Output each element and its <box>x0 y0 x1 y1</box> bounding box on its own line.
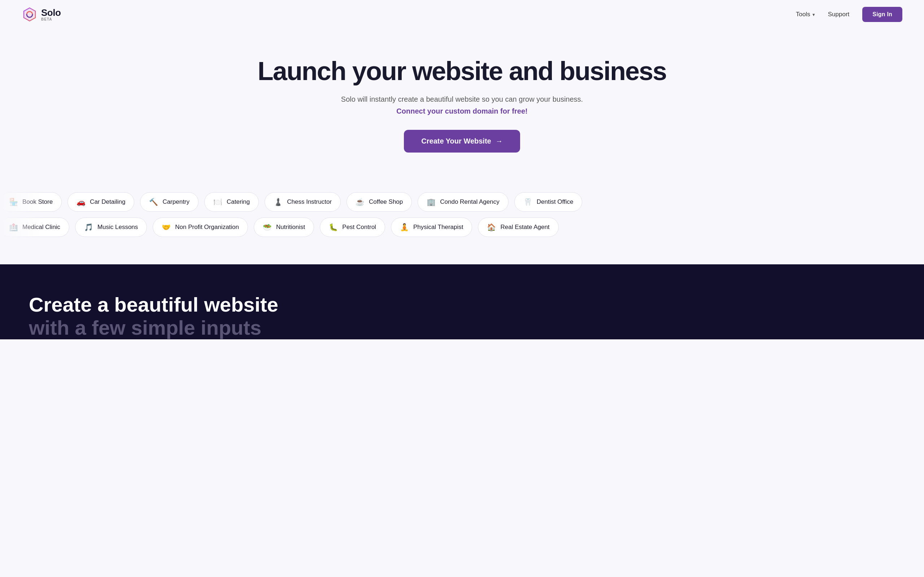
navbar: Solo BETA Tools ▾ Support Sign In <box>0 0 924 29</box>
category-icon: 🏠 <box>487 223 496 232</box>
category-label: Real Estate Agent <box>500 224 549 231</box>
category-label: Physical Therapist <box>413 224 464 231</box>
category-row-1-wrapper: 🏪Book Store🚗Car Detailing🔨Carpentry🍽️Cat… <box>0 192 924 218</box>
category-label: Dentist Office <box>537 198 573 206</box>
category-pill[interactable]: 🎵Music Lessons <box>75 218 147 237</box>
category-label: Condo Rental Agency <box>440 198 499 206</box>
dark-section-title: Create a beautiful website <box>29 293 895 316</box>
logo-beta: BETA <box>41 18 61 21</box>
category-pill[interactable]: 🥗Nutritionist <box>254 218 314 237</box>
category-label: Coffee Shop <box>369 198 403 206</box>
category-label: Book Store <box>23 198 53 206</box>
category-row-1: 🏪Book Store🚗Car Detailing🔨Carpentry🍽️Cat… <box>0 192 924 218</box>
category-pill[interactable]: 🔨Carpentry <box>140 192 199 212</box>
category-pill[interactable]: 🍽️Catering <box>204 192 259 212</box>
category-pill[interactable]: 🏥Medical Clinic <box>0 218 69 237</box>
support-link[interactable]: Support <box>828 11 850 18</box>
category-icon: 🍽️ <box>213 198 222 206</box>
category-icon: 🦷 <box>523 198 532 206</box>
category-label: Carpentry <box>162 198 189 206</box>
category-pill[interactable]: ☕Coffee Shop <box>347 192 412 212</box>
create-website-label: Create Your Website <box>421 137 491 145</box>
category-pill[interactable]: 🏠Real Estate Agent <box>478 218 558 237</box>
category-label: Pest Control <box>342 224 376 231</box>
category-row-2-wrapper: 🏥Medical Clinic🎵Music Lessons🤝Non Profit… <box>0 218 924 243</box>
category-icon: 🏥 <box>9 223 18 232</box>
signin-button[interactable]: Sign In <box>862 7 902 22</box>
navbar-nav: Tools ▾ Support Sign In <box>796 7 902 22</box>
create-website-button[interactable]: Create Your Website → <box>404 130 520 153</box>
category-icon: 🏢 <box>426 198 436 206</box>
category-label: Chess Instructor <box>287 198 332 206</box>
category-icon: 🐛 <box>329 223 338 232</box>
category-label: Medical Clinic <box>23 224 60 231</box>
category-pill[interactable]: 🏢Condo Rental Agency <box>418 192 508 212</box>
category-pill[interactable]: 🧘Physical Therapist <box>391 218 472 237</box>
category-icon: 🚗 <box>76 198 86 206</box>
solo-logo-icon <box>22 6 37 23</box>
tools-menu[interactable]: Tools ▾ <box>796 11 815 18</box>
category-label: Music Lessons <box>97 224 138 231</box>
logo-link[interactable]: Solo BETA <box>22 6 61 23</box>
category-pill[interactable]: 🏪Book Store <box>0 192 62 212</box>
categories-section: 🏪Book Store🚗Car Detailing🔨Carpentry🍽️Cat… <box>0 174 924 264</box>
category-row-2: 🏥Medical Clinic🎵Music Lessons🤝Non Profit… <box>0 218 924 243</box>
category-label: Nutritionist <box>276 224 305 231</box>
category-icon: 🏪 <box>9 198 18 206</box>
category-label: Catering <box>227 198 250 206</box>
category-icon: 🔨 <box>149 198 158 206</box>
hero-section: Launch your website and business Solo wi… <box>0 29 924 174</box>
tools-chevron-icon: ▾ <box>813 12 815 17</box>
category-pill[interactable]: 🐛Pest Control <box>320 218 385 237</box>
category-pill[interactable]: 🚗Car Detailing <box>68 192 134 212</box>
category-icon: 🥗 <box>263 223 272 232</box>
logo-name: Solo <box>41 8 61 17</box>
hero-subtitle: Solo will instantly create a beautiful w… <box>7 95 917 103</box>
category-icon: 🎵 <box>84 223 93 232</box>
category-pill[interactable]: 🤝Non Profit Organization <box>153 218 248 237</box>
arrow-right-icon: → <box>496 137 503 145</box>
dark-section-subtitle: with a few simple inputs <box>29 316 895 339</box>
category-icon: 🤝 <box>162 223 171 232</box>
tools-label: Tools <box>796 11 810 18</box>
category-label: Non Profit Organization <box>175 224 239 231</box>
category-icon: 🧘 <box>400 223 409 232</box>
hero-domain-link[interactable]: Connect your custom domain for free! <box>7 107 917 115</box>
dark-section: Create a beautiful website with a few si… <box>0 264 924 340</box>
category-icon: ♟️ <box>274 198 283 206</box>
category-pill[interactable]: ♟️Chess Instructor <box>265 192 341 212</box>
category-label: Car Detailing <box>90 198 125 206</box>
category-icon: ☕ <box>355 198 365 206</box>
category-pill[interactable]: 🦷Dentist Office <box>514 192 583 212</box>
hero-title: Launch your website and business <box>7 58 917 85</box>
logo-text: Solo BETA <box>41 8 61 21</box>
